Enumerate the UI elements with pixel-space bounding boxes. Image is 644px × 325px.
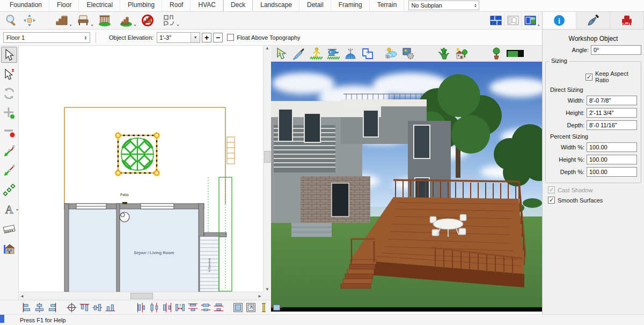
remove-point-tool-icon[interactable] <box>1 124 17 140</box>
chevron-down-icon[interactable]: ▼ <box>191 33 200 42</box>
send-to-back-icon[interactable] <box>244 301 257 314</box>
material-eyedropper-icon[interactable] <box>290 46 308 61</box>
width-input[interactable] <box>587 96 637 105</box>
scroll-left-icon[interactable]: ◄ <box>20 294 24 299</box>
height-input[interactable] <box>587 155 637 164</box>
walkthrough-tool-icon[interactable] <box>1 221 17 237</box>
walkthrough-mode-icon[interactable] <box>308 46 325 61</box>
tab-object-info[interactable] <box>543 12 576 29</box>
distribute-middle-icon[interactable] <box>199 301 212 314</box>
spinner-icon[interactable]: ▲▼ <box>84 35 87 40</box>
fit-extents-icon[interactable] <box>270 301 283 314</box>
rotate-tool-icon[interactable] <box>1 85 17 102</box>
vertical-scroll-thumb[interactable] <box>264 151 270 163</box>
center-both-icon[interactable] <box>65 301 78 314</box>
room-left[interactable] <box>69 209 116 292</box>
patio-ladder[interactable] <box>227 137 235 164</box>
sink-symbol[interactable] <box>120 212 129 222</box>
menu-tab-roof[interactable]: Roof <box>162 0 191 11</box>
distribute-bottom-icon[interactable] <box>212 301 225 314</box>
elevation-decrease-button[interactable]: − <box>213 33 223 42</box>
deck-bench-tool-icon[interactable]: ▾ <box>74 13 92 28</box>
plant-growth-bar[interactable] <box>507 50 524 57</box>
height-input[interactable] <box>587 108 637 118</box>
object-elevation-combo[interactable]: ▼ <box>157 32 200 43</box>
render-bottom-strip <box>271 307 542 312</box>
deck-stairs-tool-icon[interactable]: ▾ <box>53 13 71 28</box>
deck-railing-tool-icon[interactable] <box>96 13 114 28</box>
plant-growth-icon[interactable] <box>488 46 505 61</box>
menu-tab-detail[interactable]: Detail <box>299 0 331 11</box>
scroll-right-icon[interactable]: ► <box>258 294 262 299</box>
menu-tab-floor[interactable]: Floor <box>49 0 79 11</box>
align-center-vertical-icon[interactable] <box>33 301 46 314</box>
select-similar-tool-icon[interactable] <box>1 66 17 82</box>
elevation-view-tool-icon[interactable] <box>1 240 17 256</box>
deck-terrain-steps-tool-icon[interactable]: ▾ <box>117 13 135 28</box>
daylight-render-icon[interactable] <box>383 46 400 61</box>
measure-bar-icon[interactable] <box>257 301 270 314</box>
pan-tool-icon[interactable] <box>20 13 39 28</box>
float-above-topography-checkbox[interactable] <box>227 34 234 41</box>
menu-tab-framing[interactable]: Framing <box>331 0 370 11</box>
subplan-dropdown[interactable]: No Subplan ▲▼ <box>408 1 479 10</box>
menu-tab-foundation[interactable]: Foundation <box>2 0 49 11</box>
angle-input[interactable] <box>591 45 641 55</box>
depth-input[interactable] <box>587 120 637 130</box>
deck-shape-tool-icon[interactable]: ▾ <box>160 13 178 28</box>
align-middle-icon[interactable] <box>91 301 104 314</box>
bring-to-front-icon[interactable] <box>231 301 244 314</box>
topography-tool-icon[interactable] <box>1 182 17 198</box>
straight-corner-tool-icon[interactable] <box>1 163 17 179</box>
tab-furniture[interactable] <box>610 12 644 29</box>
distribute-right-icon[interactable] <box>160 301 173 314</box>
plan-overlay-icon[interactable] <box>359 46 376 61</box>
plan-2d-view[interactable]: Patio Sejour / Living Room to Basement ▲… <box>19 46 271 300</box>
menu-tab-plumbing[interactable]: Plumbing <box>120 0 162 11</box>
menu-tab-terrain[interactable]: Terrain <box>370 0 405 11</box>
horizontal-scroll-thumb[interactable] <box>130 293 153 299</box>
render-settings-icon[interactable] <box>400 46 417 61</box>
distribute-center-icon[interactable] <box>148 301 160 314</box>
object-elevation-input[interactable] <box>157 33 191 42</box>
menu-tab-hvac[interactable]: HVAC <box>191 0 223 11</box>
align-left-icon[interactable] <box>20 301 33 314</box>
menu-tab-electrical[interactable]: Electrical <box>79 0 120 11</box>
render-select-tool-icon[interactable] <box>273 46 290 61</box>
text-tool-icon[interactable]: ▸ <box>1 201 17 218</box>
curved-corner-tool-icon[interactable] <box>1 143 17 160</box>
depth-input[interactable] <box>587 167 637 177</box>
distribute-top-icon[interactable] <box>186 301 199 314</box>
landscape-render-icon[interactable] <box>452 46 470 61</box>
menu-tab-landscape[interactable]: Landscape <box>253 0 299 11</box>
space-evenly-icon[interactable] <box>173 301 186 314</box>
align-top-icon[interactable] <box>78 301 91 314</box>
menu-tab-deck[interactable]: Deck <box>223 0 253 11</box>
flyover-mode-icon[interactable] <box>325 46 342 61</box>
tab-draw-pen[interactable] <box>576 12 610 29</box>
vertical-scrollbar[interactable]: ▲▼ <box>263 46 271 292</box>
scroll-up-icon[interactable]: ▲ <box>265 46 269 50</box>
distribute-left-icon[interactable] <box>135 301 148 314</box>
render-3d-canvas[interactable] <box>271 62 542 312</box>
keep-aspect-ratio-checkbox[interactable] <box>586 74 592 81</box>
deck-restriction-tool-icon[interactable] <box>138 13 157 28</box>
raise-terrain-icon[interactable] <box>435 46 452 61</box>
plan-2d-canvas[interactable]: Patio Sejour / Living Room to Basement <box>19 46 263 292</box>
sprinkler-view-icon[interactable] <box>342 46 359 61</box>
align-right-icon[interactable] <box>46 301 58 314</box>
floor-select[interactable]: Floor 1 ▲▼ <box>3 32 90 43</box>
zoom-tool-icon[interactable] <box>2 13 20 28</box>
select-tool-icon[interactable] <box>1 47 17 63</box>
width-input[interactable] <box>587 142 637 152</box>
menu-tabs: FoundationFloorElectricalPlumbingRoofHVA… <box>2 0 404 11</box>
add-point-tool-icon[interactable] <box>1 105 17 121</box>
smooth-surfaces-checkbox[interactable] <box>548 197 555 204</box>
elevation-increase-button[interactable]: + <box>202 33 211 42</box>
align-bottom-icon[interactable] <box>104 301 116 314</box>
spinner-icon[interactable]: ▲▼ <box>474 3 477 8</box>
view-2d-button[interactable] <box>487 13 504 28</box>
view-split-button[interactable]: ▾ <box>522 13 539 28</box>
scroll-down-icon[interactable]: ▼ <box>265 287 269 292</box>
view-elevation-button[interactable] <box>504 13 522 28</box>
